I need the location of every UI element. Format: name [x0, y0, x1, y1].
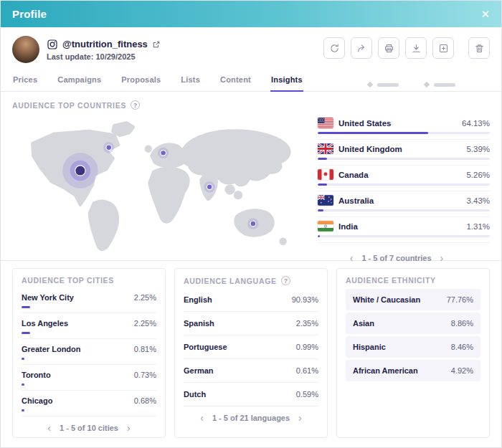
last-update: Last update: 10/29/2025 [47, 52, 161, 61]
next-page-button[interactable]: › [127, 423, 131, 433]
city-bar [22, 358, 24, 360]
world-map [12, 114, 305, 254]
help-icon[interactable]: ? [281, 276, 290, 285]
download-button[interactable] [405, 37, 427, 59]
avatar [12, 36, 39, 63]
delete-button[interactable] [468, 37, 490, 59]
audience-language-panel: AUDIENCE LANGUAGE ? English 90.93% Spani… [174, 268, 328, 438]
language-value: 2.35% [296, 319, 318, 328]
city-bar [22, 306, 30, 308]
map-dot-india [204, 181, 215, 192]
language-value: 0.59% [296, 390, 318, 399]
country-name: United States [338, 119, 457, 128]
language-value: 0.99% [296, 343, 318, 351]
country-bar [318, 235, 490, 237]
country-row: India 1.31% [318, 217, 490, 243]
country-bar [318, 184, 490, 186]
ethnicity-name: Asian [353, 319, 374, 328]
city-value: 2.25% [134, 319, 156, 328]
country-row: United States 64.13% [318, 114, 490, 140]
city-name: Los Angeles [22, 319, 68, 328]
language-value: 0.61% [296, 366, 318, 375]
city-bar [22, 332, 30, 334]
section-title-language: AUDIENCE LANGUAGE [184, 277, 277, 285]
map-dot-australia [247, 218, 258, 229]
country-flag-icon [318, 169, 333, 180]
country-flag-icon [318, 118, 333, 128]
country-name: India [338, 222, 461, 231]
expand-button[interactable] [432, 37, 454, 59]
audience-top-cities-panel: AUDIENCE TOP CITIES New York City 2.25% … [12, 268, 166, 438]
ethnicity-list: White / Caucasian 77.76% Asian 8.86% His… [346, 289, 480, 381]
city-row: Greater London 0.81% [22, 339, 156, 365]
country-row: Australia 3.43% [318, 191, 490, 217]
print-button[interactable] [378, 37, 399, 59]
language-row: Spanish 2.35% [184, 312, 318, 335]
tab-proposals[interactable]: Proposals [120, 69, 161, 91]
next-page-button[interactable]: › [298, 413, 302, 423]
ethnicity-row: African American 4.92% [346, 360, 480, 381]
tab-prices[interactable]: Prices [12, 69, 38, 91]
ethnicity-name: Hispanic [353, 343, 386, 351]
city-value: 0.68% [134, 396, 156, 405]
tab-insights[interactable]: Insights [270, 69, 303, 91]
section-title-cities: AUDIENCE TOP CITIES [22, 276, 114, 285]
clipped-stat [425, 82, 455, 87]
city-bar [22, 383, 24, 386]
map-bubble-us [62, 153, 98, 188]
country-flag-icon [318, 195, 333, 206]
country-value: 64.13% [462, 119, 490, 128]
modal-title: Profile [12, 8, 47, 20]
map-dot-canada [103, 142, 114, 153]
profile-handle[interactable]: @tnutrition_fitness [62, 39, 148, 49]
language-row: English 90.93% [184, 288, 318, 312]
section-title-ethnicity: AUDIENCE ETHNICITY [346, 276, 436, 285]
ethnicity-value: 8.86% [451, 319, 473, 328]
prev-page-button[interactable]: ‹ [350, 253, 354, 263]
help-icon[interactable]: ? [131, 100, 140, 110]
ethnicity-value: 77.76% [447, 295, 473, 304]
tab-lists[interactable]: Lists [180, 69, 201, 91]
share-button[interactable] [351, 37, 372, 59]
instagram-icon [47, 39, 58, 50]
country-bar [318, 209, 490, 211]
language-row: Portuguese 0.99% [184, 335, 318, 359]
ethnicity-row: Hispanic 8.46% [346, 336, 480, 358]
prev-page-button[interactable]: ‹ [47, 423, 51, 433]
ethnicity-row: White / Caucasian 77.76% [346, 289, 480, 310]
profile-bar: @tnutrition_fitness Last update: 10/29/2… [1, 27, 501, 69]
language-value: 90.93% [292, 295, 318, 304]
language-name: English [184, 295, 212, 304]
refresh-button[interactable] [323, 37, 345, 59]
city-value: 2.25% [134, 293, 156, 302]
prev-page-button[interactable]: ‹ [200, 413, 204, 423]
tab-content[interactable]: Content [219, 69, 252, 91]
pagination-label: 1 - 5 of 21 languages [212, 414, 290, 422]
bottom-panels: AUDIENCE TOP CITIES New York City 2.25% … [1, 261, 501, 448]
next-page-button[interactable]: › [440, 253, 444, 263]
clipped-stat [368, 82, 399, 87]
countries-pagination: ‹ 1 - 5 of 7 countries › [311, 253, 483, 263]
country-value: 5.26% [466, 171, 490, 179]
close-icon[interactable]: ✕ [480, 9, 490, 19]
modal-header: Profile ✕ [1, 1, 501, 27]
city-bar [22, 409, 24, 411]
city-value: 0.73% [134, 371, 156, 379]
map-dot-uk [158, 148, 169, 158]
city-name: Toronto [22, 371, 51, 379]
city-value: 0.81% [134, 345, 156, 353]
city-row: Los Angeles 2.25% [22, 313, 156, 339]
ethnicity-name: White / Caucasian [353, 295, 420, 304]
country-name: Australia [338, 196, 461, 205]
country-value: 1.31% [466, 222, 490, 231]
pagination-label: 1 - 5 of 10 cities [60, 424, 118, 432]
audience-top-countries-section: AUDIENCE TOP COUNTRIES ? [1, 92, 501, 261]
country-row: United Kingdom 5.39% [318, 140, 490, 166]
country-bar [318, 132, 490, 134]
toolbar [323, 37, 490, 59]
country-name: United Kingdom [338, 145, 461, 153]
external-link-icon[interactable] [152, 40, 161, 49]
tab-campaigns[interactable]: Campaigns [57, 69, 102, 91]
language-name: Spanish [184, 319, 214, 328]
section-title-countries: AUDIENCE TOP COUNTRIES [12, 101, 126, 110]
